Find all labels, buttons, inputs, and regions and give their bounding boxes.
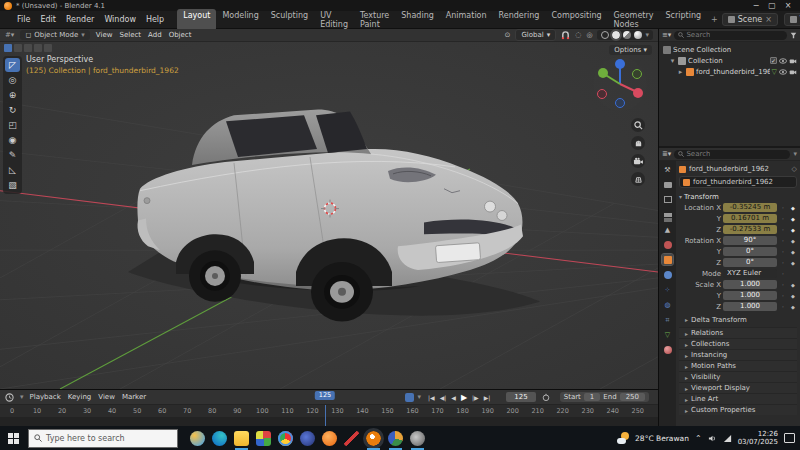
taskbar-app-chrome[interactable] bbox=[278, 431, 293, 446]
taskbar-search-input[interactable]: Type here to search bbox=[28, 429, 178, 448]
workspace-tab[interactable]: Texture Paint bbox=[354, 9, 395, 31]
play-button[interactable]: ▶ bbox=[459, 393, 469, 402]
transform-value-field[interactable]: 1.000 bbox=[723, 302, 777, 311]
orientation-dropdown[interactable]: Global ▾ bbox=[515, 29, 556, 41]
keyframe-dot-icon[interactable]: ◆ bbox=[789, 227, 797, 233]
shading-rendered-button[interactable] bbox=[634, 31, 642, 39]
network-icon[interactable] bbox=[723, 434, 732, 443]
filter-icon[interactable] bbox=[790, 32, 797, 39]
playhead-line[interactable] bbox=[325, 405, 326, 426]
snap-magnet-icon[interactable] bbox=[561, 31, 570, 40]
tab-tool-icon[interactable]: ⚒ bbox=[662, 164, 673, 175]
properties-section-header[interactable]: Collections bbox=[679, 338, 797, 349]
timeline-menu-item[interactable]: Marker bbox=[122, 393, 146, 401]
menu-item[interactable]: Window bbox=[99, 13, 141, 26]
taskbar-app-game[interactable] bbox=[256, 431, 271, 446]
add-workspace-button[interactable]: + bbox=[707, 13, 722, 26]
jump-to-start-button[interactable]: |◀ bbox=[426, 394, 437, 401]
expand-caret-icon[interactable]: ▸ bbox=[677, 68, 684, 76]
taskbar-clock[interactable]: 12:26 03/07/2025 bbox=[738, 430, 778, 446]
transform-value-field[interactable]: -0.27533 m bbox=[723, 225, 777, 234]
transform-pivot-icon[interactable]: ⊙ bbox=[505, 31, 511, 39]
close-button[interactable]: × bbox=[780, 0, 796, 11]
transform-panel-header[interactable]: Transform bbox=[679, 191, 797, 202]
action-center-icon[interactable] bbox=[784, 433, 795, 443]
lock-icon[interactable]: · bbox=[779, 204, 787, 211]
scene-unlink-icon[interactable]: × bbox=[765, 15, 772, 24]
keyframe-dot-icon[interactable]: ◆ bbox=[789, 304, 797, 310]
workspace-tab[interactable]: Shading bbox=[395, 9, 440, 31]
workspace-tab[interactable]: Sculpting bbox=[265, 9, 314, 31]
tray-chevron-icon[interactable]: ⌃ bbox=[695, 434, 702, 443]
properties-editor-icon[interactable]: ≣▾ bbox=[662, 150, 671, 158]
workspace-tab[interactable]: Rendering bbox=[493, 9, 546, 31]
minimize-button[interactable]: − bbox=[748, 0, 764, 11]
tab-modifiers-icon[interactable] bbox=[662, 269, 673, 280]
workspace-tab[interactable]: Layout bbox=[177, 9, 216, 31]
keying-set-icon[interactable] bbox=[405, 393, 414, 402]
proportional-edit-icon[interactable]: ◌ bbox=[575, 31, 581, 39]
properties-section-header[interactable]: Relations bbox=[679, 327, 797, 338]
properties-section-header[interactable]: Motion Paths bbox=[679, 360, 797, 371]
outliner-row-scene-collection[interactable]: Scene Collection bbox=[659, 44, 800, 55]
camera-view-button[interactable] bbox=[631, 154, 645, 168]
zoom-view-button[interactable] bbox=[631, 118, 645, 132]
lock-icon[interactable]: · bbox=[779, 248, 787, 255]
timeline-editor-icon[interactable] bbox=[5, 393, 14, 402]
viewport-menu-item[interactable]: Add bbox=[148, 31, 162, 39]
maximize-button[interactable]: ▢ bbox=[764, 0, 780, 11]
select-mode-intersect[interactable] bbox=[44, 44, 52, 52]
next-keyframe-button[interactable]: |▶ bbox=[470, 394, 481, 401]
object-name-field[interactable]: ford_thunderbird_1962 bbox=[679, 176, 797, 188]
start-frame-field[interactable]: 1 bbox=[584, 393, 600, 401]
tool-button[interactable]: ◉ bbox=[5, 133, 20, 147]
keyframe-dot-icon[interactable]: ◆ bbox=[789, 205, 797, 211]
tool-button[interactable]: ✎ bbox=[5, 148, 20, 162]
timeline-menu-item[interactable]: View bbox=[98, 393, 115, 401]
workspace-tab[interactable]: Scripting bbox=[659, 9, 707, 31]
viewport-menu-item[interactable]: View bbox=[96, 31, 113, 39]
shading-solid-button[interactable] bbox=[612, 31, 620, 39]
delta-transform-section[interactable]: Delta Transform bbox=[679, 314, 797, 325]
properties-section-header[interactable]: Instancing bbox=[679, 349, 797, 360]
outliner-editor-icon[interactable]: ≡▾ bbox=[662, 31, 671, 39]
previous-keyframe-button[interactable]: ◀| bbox=[438, 394, 449, 401]
disable-render-camera-icon[interactable] bbox=[789, 68, 797, 76]
properties-section-header[interactable]: Custom Properties bbox=[679, 404, 797, 415]
volume-icon[interactable] bbox=[708, 434, 717, 443]
lock-icon[interactable]: · bbox=[779, 270, 787, 277]
preview-range-icon[interactable] bbox=[542, 393, 550, 401]
tab-render-icon[interactable] bbox=[662, 179, 673, 190]
tool-button[interactable]: ◸ bbox=[5, 58, 20, 72]
tool-button[interactable]: ⊕ bbox=[5, 88, 20, 102]
workspace-tab[interactable]: Modeling bbox=[216, 9, 264, 31]
end-frame-field[interactable]: 250 bbox=[620, 393, 645, 401]
gizmo-toggle-icon[interactable]: ◎ bbox=[586, 31, 592, 39]
hide-eye-icon[interactable] bbox=[779, 57, 787, 65]
taskbar-app-file-explorer[interactable] bbox=[234, 431, 249, 446]
lock-icon[interactable]: · bbox=[779, 237, 787, 244]
transform-value-field[interactable]: 0° bbox=[723, 258, 777, 267]
tab-world-icon[interactable] bbox=[662, 239, 673, 250]
lock-icon[interactable]: · bbox=[779, 226, 787, 233]
object-mode-dropdown[interactable]: ◻ Object Mode ▾ bbox=[20, 30, 89, 40]
toggle-orthographic-button[interactable] bbox=[631, 172, 645, 186]
lock-icon[interactable]: · bbox=[779, 303, 787, 310]
keyframe-dot-icon[interactable]: ◆ bbox=[789, 249, 797, 255]
move-view-button[interactable] bbox=[631, 136, 645, 150]
properties-section-header[interactable]: Visibility bbox=[679, 371, 797, 382]
lock-icon[interactable]: · bbox=[779, 259, 787, 266]
chevron-down-icon[interactable]: ▾ bbox=[20, 393, 24, 401]
viewport-menu-item[interactable]: Object bbox=[169, 31, 192, 39]
lock-icon[interactable]: · bbox=[779, 215, 787, 222]
play-reverse-button[interactable]: ◀ bbox=[449, 394, 458, 401]
transform-value-field[interactable]: -0.35245 m bbox=[723, 203, 777, 212]
tab-particles-icon[interactable]: ⁘ bbox=[662, 284, 673, 295]
select-mode-subtract[interactable] bbox=[24, 44, 32, 52]
shading-wireframe-button[interactable] bbox=[601, 31, 609, 39]
workspace-tab[interactable]: UV Editing bbox=[314, 9, 354, 31]
taskbar-app-widgets[interactable] bbox=[190, 431, 205, 446]
current-frame-badge[interactable]: 125 bbox=[315, 391, 335, 400]
options-icon[interactable]: ▾ bbox=[793, 150, 797, 158]
options-dropdown[interactable]: Options ▾ bbox=[609, 45, 652, 55]
